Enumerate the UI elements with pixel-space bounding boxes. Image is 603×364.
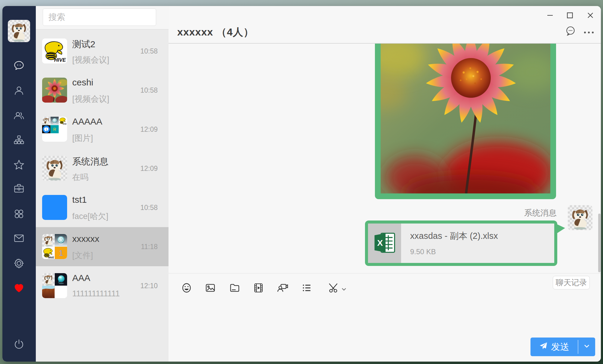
chat-preview: [视频会议] bbox=[72, 94, 109, 104]
video-button[interactable] bbox=[252, 282, 264, 295]
bubble-tail bbox=[557, 224, 565, 234]
chevron-down-icon bbox=[584, 344, 590, 350]
puppy-tile bbox=[42, 234, 55, 247]
sidebar-item-favorites[interactable] bbox=[12, 159, 26, 172]
flower-photo bbox=[381, 44, 550, 193]
power-icon bbox=[13, 338, 25, 352]
file-name: xxasdas - 副本 (2).xlsx bbox=[410, 230, 554, 242]
file-message[interactable]: X xxasdas - 副本 (2).xlsx 9.50 KB bbox=[365, 221, 557, 266]
file-icon-block: X bbox=[368, 224, 401, 263]
chat-gem-tile bbox=[55, 273, 67, 286]
bee-hive-tile: HIVE bbox=[42, 247, 55, 259]
message-sender-avatar[interactable] bbox=[568, 205, 592, 230]
chat-bubble-icon bbox=[13, 60, 25, 73]
sidebar bbox=[2, 6, 36, 362]
image-button[interactable] bbox=[204, 282, 216, 295]
svg-text:HIVE: HIVE bbox=[63, 123, 67, 125]
screenshot-dropdown[interactable] bbox=[342, 287, 346, 291]
chat-time: 12:10 bbox=[140, 282, 158, 290]
file-card: X xxasdas - 副本 (2).xlsx 9.50 KB bbox=[368, 224, 554, 263]
send-options-button[interactable] bbox=[578, 338, 595, 356]
emoji-button[interactable] bbox=[181, 282, 193, 295]
chat-time: 10:58 bbox=[140, 47, 158, 55]
sidebar-item-groups[interactable] bbox=[12, 110, 26, 123]
moments-button[interactable] bbox=[565, 26, 576, 37]
folder-button[interactable] bbox=[229, 282, 241, 295]
send-label: 发送 bbox=[551, 341, 569, 353]
chat-name: AAA bbox=[72, 273, 90, 283]
puppy-tile bbox=[42, 156, 67, 181]
sidebar-item-settings[interactable] bbox=[12, 257, 26, 270]
close-button[interactable] bbox=[585, 11, 595, 21]
desktop-backdrop: HIVE 测试2 [视频会议] 10:58 bbox=[0, 0, 603, 364]
sidebar-item-contacts[interactable] bbox=[12, 85, 26, 98]
list-item[interactable]: 系统消息 在吗 12:09 bbox=[36, 149, 169, 188]
mail-icon bbox=[13, 232, 25, 245]
svg-text:R: R bbox=[53, 127, 56, 132]
divider bbox=[36, 29, 169, 29]
sidebar-item-workbench[interactable] bbox=[12, 183, 26, 196]
svg-text:HIVE: HIVE bbox=[54, 57, 66, 63]
more-button[interactable] bbox=[583, 31, 595, 34]
send-button[interactable]: 发送 bbox=[530, 338, 595, 356]
list-item[interactable]: ceshi [视频会议] 10:58 bbox=[36, 71, 169, 110]
minimize-button[interactable] bbox=[545, 11, 555, 21]
sidebar-item-heart[interactable] bbox=[12, 282, 26, 295]
sidebar-item-chat[interactable] bbox=[12, 60, 26, 73]
avatar bbox=[42, 78, 67, 103]
chat-preview: 111111111111 bbox=[72, 289, 120, 298]
sidebar-item-power[interactable] bbox=[12, 338, 26, 352]
chat-history-button[interactable]: 聊天记录 bbox=[553, 276, 590, 289]
gear-icon bbox=[13, 257, 25, 270]
send-main[interactable]: 发送 bbox=[530, 341, 578, 353]
paper-plane-icon bbox=[539, 342, 548, 352]
list-button[interactable] bbox=[301, 282, 313, 295]
sidebar-item-mail[interactable] bbox=[12, 232, 26, 245]
list-item[interactable]: tst1 face[哈欠] 10:58 bbox=[36, 188, 169, 227]
screenshot-button[interactable] bbox=[328, 282, 340, 295]
chat-preview: [视频会议] bbox=[72, 54, 109, 65]
list-item[interactable]: HIVE 1 xxxxxx [文件] 11:18 bbox=[36, 227, 169, 266]
file-info: xxasdas - 副本 (2).xlsx 9.50 KB bbox=[401, 224, 554, 263]
user-avatar[interactable] bbox=[8, 20, 30, 42]
chat-preview: [图片] bbox=[72, 133, 93, 143]
minimize-icon bbox=[546, 11, 554, 20]
avatar: HIVE bbox=[42, 39, 67, 63]
scissors-icon bbox=[328, 282, 339, 295]
puppy-tile bbox=[42, 273, 55, 286]
sidebar-item-apps[interactable] bbox=[12, 208, 26, 221]
people-icon bbox=[13, 110, 25, 123]
chat-preview: [文件] bbox=[72, 250, 93, 261]
maximize-button[interactable] bbox=[565, 11, 575, 21]
search-bar bbox=[36, 6, 169, 29]
search-input[interactable] bbox=[43, 8, 156, 26]
video-call-button[interactable] bbox=[277, 282, 289, 295]
scrollbar-thumb[interactable] bbox=[598, 214, 601, 272]
chat-preview: 在吗 bbox=[72, 172, 88, 183]
t-logo-tile: t bbox=[42, 125, 51, 134]
sidebar-item-organization[interactable] bbox=[12, 134, 26, 147]
svg-text:HIVE: HIVE bbox=[48, 256, 54, 259]
list-item[interactable]: HIVE t R AAAAA [图片] 12:09 bbox=[36, 110, 169, 149]
avatar bbox=[42, 273, 67, 298]
film-icon bbox=[253, 282, 264, 295]
conversation-panel: xxxxxx （4人） bbox=[169, 6, 601, 362]
chat-silver-tile bbox=[51, 117, 59, 125]
chat-time: 10:58 bbox=[140, 86, 158, 94]
list-item[interactable]: AAA 111111111111 12:10 bbox=[36, 266, 169, 305]
canyon-tile bbox=[42, 286, 55, 298]
list-item[interactable]: HIVE 测试2 [视频会议] 10:58 bbox=[36, 32, 169, 71]
chat-time: 12:09 bbox=[140, 165, 158, 173]
close-icon bbox=[586, 11, 594, 20]
app-window: HIVE 测试2 [视频会议] 10:58 bbox=[2, 6, 601, 362]
white-tile bbox=[55, 286, 67, 298]
heart-icon bbox=[13, 282, 25, 295]
divider bbox=[169, 273, 601, 273]
image-message[interactable] bbox=[375, 44, 556, 199]
maximize-icon bbox=[566, 11, 574, 20]
conversation-title: xxxxxx （4人） bbox=[177, 25, 254, 39]
chat-name: xxxxxx bbox=[72, 234, 99, 244]
excel-file-icon: X bbox=[373, 231, 397, 256]
svg-text:t: t bbox=[46, 128, 47, 131]
more-dots-icon bbox=[583, 30, 594, 35]
